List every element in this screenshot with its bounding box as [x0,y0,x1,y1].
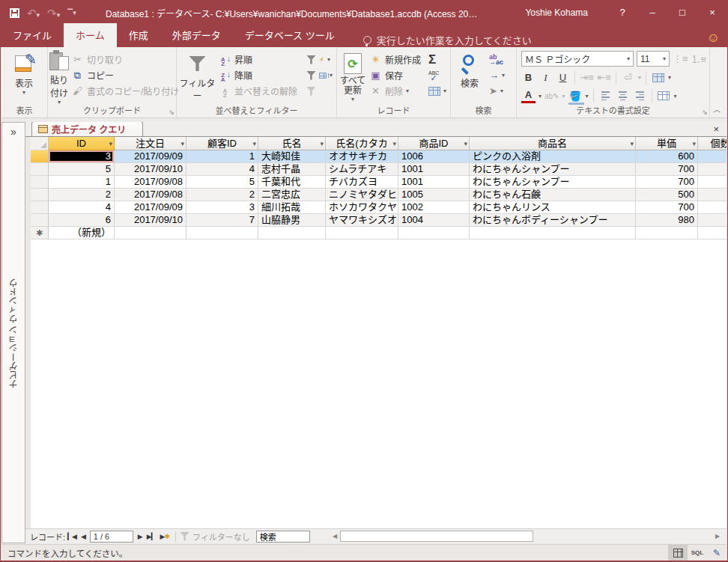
column-filter-icon[interactable]: ▾ [320,138,324,150]
table-cell[interactable]: 3 [49,150,115,163]
tell-me-box[interactable]: 実行したい作業を入力してください [363,33,532,47]
scroll-left-icon[interactable]: ◀ [330,531,339,543]
close-document-icon[interactable]: × [713,123,719,135]
gridlines-button[interactable] [651,70,665,85]
table-cell[interactable]: ニノミヤタダヒロ [326,189,398,201]
refresh-all-button[interactable]: ⟳ すべて更新▾ [339,49,367,106]
column-header-5[interactable]: 氏名(カタカ▾ [326,137,398,150]
font-size-combo[interactable]: 11▾ [637,51,670,67]
more-records-button[interactable]: ▾ [426,83,449,99]
table-cell[interactable]: 1001 [398,163,470,176]
table-cell[interactable]: 細川拓哉 [258,201,326,214]
row-selector[interactable] [31,214,49,227]
table-cell[interactable]: 1006 [398,150,470,163]
textformat-dialog-launcher-icon[interactable]: ⇘ [702,109,708,116]
maximize-button[interactable]: □ [667,1,697,25]
border-style-button[interactable] [657,89,671,103]
help-button[interactable]: ? [607,1,637,25]
row-selector[interactable] [31,163,49,176]
table-cell[interactable]: 5 [49,163,115,176]
row-selector[interactable] [31,201,49,214]
align-right-icon[interactable] [633,89,647,103]
underline-button[interactable]: U [556,70,570,85]
table-cell[interactable]: 1004 [398,214,470,227]
bullets-icon[interactable]: ⋮≡ [673,52,688,66]
table-cell[interactable]: 二宮忠広 [258,189,326,201]
column-filter-icon[interactable]: ▾ [692,138,696,150]
undo-icon[interactable]: ↶▾ [27,7,40,19]
table-cell[interactable]: 2 [49,189,115,201]
font-color-button[interactable]: A [521,89,536,103]
column-header-1[interactable]: ID▾ [49,137,115,150]
column-filter-icon[interactable]: ▾ [109,138,112,150]
decrease-indent-icon[interactable]: ⇥≡ [580,70,594,85]
delete-record-button[interactable]: ✕削除▾ [367,83,423,99]
column-filter-icon[interactable]: ▾ [252,138,256,150]
table-cell[interactable] [186,227,258,239]
tab-file[interactable]: ファイル [1,23,64,47]
document-tab-query[interactable]: 売上データ クエリ [31,122,143,136]
table-cell[interactable]: 980 [636,214,698,227]
design-view-button[interactable]: ✎ [707,545,727,561]
column-header-8[interactable]: 単価▾ [636,137,698,150]
column-filter-icon[interactable]: ▾ [630,138,634,150]
replace-button[interactable]: ab→ac [487,52,507,67]
tab-home[interactable]: ホーム [64,23,117,47]
table-cell[interactable] [115,227,186,239]
table-cell[interactable]: （新規） [49,227,115,239]
align-center-icon[interactable] [616,89,630,103]
tab-external-data[interactable]: 外部データ [160,23,233,47]
table-cell[interactable]: 700 [636,201,698,214]
column-filter-icon[interactable]: ▾ [392,138,396,150]
increase-indent-icon[interactable]: ⇤≡ [597,70,611,85]
close-button[interactable]: × [697,1,727,25]
table-cell[interactable] [698,201,727,214]
table-cell[interactable] [698,176,727,189]
bold-button[interactable]: B [521,70,536,85]
table-cell[interactable] [326,227,398,239]
table-cell[interactable]: 2017/09/08 [115,189,186,201]
last-record-button[interactable]: ▶▎ [145,533,158,540]
fill-color-button[interactable]: 🪣 [568,89,583,103]
view-button[interactable]: ✎ 表示▾ [3,49,45,106]
horizontal-scrollbar[interactable]: ◀ ▶ [330,531,722,543]
table-cell[interactable]: 2017/09/10 [115,163,186,176]
table-cell[interactable]: 2017/09/09 [115,201,186,214]
table-cell[interactable] [398,227,470,239]
select-button[interactable]: ➤▾ [487,83,507,99]
copy-button[interactable]: ⧉コピー [69,67,181,83]
table-cell[interactable]: 4 [186,163,258,176]
table-cell[interactable] [258,227,326,239]
scroll-right-icon[interactable]: ▶ [713,531,722,543]
filter-indicator[interactable]: フィルターなし [180,531,250,543]
goto-button[interactable]: →▾ [487,67,507,83]
table-cell[interactable]: 山脇静男 [258,214,326,227]
scrollbar-thumb[interactable] [340,531,533,542]
collapse-ribbon-icon[interactable]: ︿ [713,103,721,114]
table-cell[interactable] [698,214,727,227]
tab-create[interactable]: 作成 [117,23,160,47]
table-cell[interactable]: わにちゃんシャンプー [470,176,636,189]
select-all-corner[interactable] [31,137,49,150]
datasheet-view-button[interactable] [668,545,688,561]
align-left-icon[interactable] [598,89,613,103]
sort-ascending-button[interactable]: AZ↓昇順 [216,52,300,67]
qat-customize-icon[interactable]: ▔▾ [67,9,76,16]
redo-icon[interactable]: ↷▾ [47,7,60,19]
sort-descending-button[interactable]: ZA↓降順 [216,67,300,83]
navigation-pane-collapsed[interactable]: » ナビゲーション ウィンドウ [1,122,25,543]
table-cell[interactable]: 4 [49,201,115,214]
cut-button[interactable]: ✂切り取り [69,52,181,67]
table-cell[interactable]: 500 [636,189,698,201]
table-cell[interactable]: 大崎知佳 [258,150,326,163]
new-record-button[interactable]: ✳新規作成 [367,52,423,67]
totals-button[interactable]: Σ [426,52,449,67]
table-cell[interactable]: 千葉和代 [258,176,326,189]
next-record-button[interactable]: ▶ [136,533,145,540]
sql-view-button[interactable]: SQL [688,545,707,561]
row-selector[interactable] [31,150,49,163]
column-filter-icon[interactable]: ▾ [464,138,467,150]
table-cell[interactable]: ホソカワタクヤ [326,201,398,214]
table-cell[interactable] [698,163,727,176]
row-selector[interactable] [31,176,49,189]
